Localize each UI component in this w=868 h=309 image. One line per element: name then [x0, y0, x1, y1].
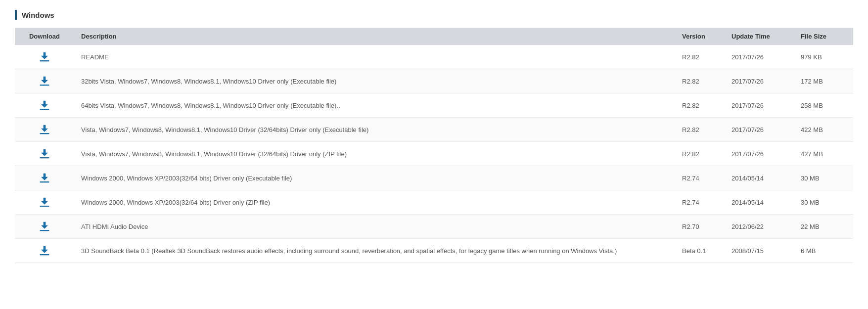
version-cell: R2.82 [675, 45, 725, 69]
update-time-cell: 2017/07/26 [725, 93, 794, 118]
table-row: 64bits Vista, Windows7, Windows8, Window… [15, 93, 853, 118]
col-header-version: Version [675, 28, 725, 45]
version-cell: R2.82 [675, 69, 725, 93]
table-row: Windows 2000, Windows XP/2003(32/64 bits… [15, 166, 853, 190]
download-cell [15, 142, 74, 166]
description-cell: Windows 2000, Windows XP/2003(32/64 bits… [74, 190, 675, 215]
download-button[interactable] [22, 244, 67, 258]
section-header: Windows [15, 10, 853, 20]
update-time-cell: 2017/07/26 [725, 45, 794, 69]
update-time-cell: 2012/06/22 [725, 215, 794, 239]
description-cell: 64bits Vista, Windows7, Windows8, Window… [74, 93, 675, 118]
download-cell [15, 166, 74, 190]
description-cell: README [74, 45, 675, 69]
svg-rect-1 [40, 85, 49, 86]
file-size-cell: 172 MB [794, 69, 853, 93]
svg-rect-0 [40, 60, 49, 61]
description-cell: 32bits Vista, Windows7, Windows8, Window… [74, 69, 675, 93]
col-header-description: Description [74, 28, 675, 45]
version-cell: R2.70 [675, 215, 725, 239]
table-row: ATI HDMI Audio DeviceR2.702012/06/2222 M… [15, 215, 853, 239]
download-cell [15, 215, 74, 239]
table-row: Windows 2000, Windows XP/2003(32/64 bits… [15, 190, 853, 215]
update-time-cell: 2017/07/26 [725, 69, 794, 93]
section-bar [15, 10, 17, 20]
download-button[interactable] [22, 123, 67, 136]
downloads-table: Download Description Version Update Time… [15, 28, 853, 263]
col-header-file-size: File Size [794, 28, 853, 45]
download-button[interactable] [22, 74, 67, 88]
file-size-cell: 22 MB [794, 215, 853, 239]
download-button[interactable] [22, 147, 67, 161]
description-cell: Vista, Windows7, Windows8, Windows8.1, W… [74, 118, 675, 142]
description-cell: 3D SoundBack Beta 0.1 (Realtek 3D SoundB… [74, 239, 675, 263]
svg-rect-4 [40, 157, 49, 158]
table-row: Vista, Windows7, Windows8, Windows8.1, W… [15, 118, 853, 142]
description-cell: Vista, Windows7, Windows8, Windows8.1, W… [74, 142, 675, 166]
update-time-cell: 2017/07/26 [725, 118, 794, 142]
table-row: READMER2.822017/07/26979 KB [15, 45, 853, 69]
download-cell [15, 45, 74, 69]
col-header-download: Download [15, 28, 74, 45]
svg-rect-7 [40, 230, 49, 231]
table-row: Vista, Windows7, Windows8, Windows8.1, W… [15, 142, 853, 166]
description-cell: Windows 2000, Windows XP/2003(32/64 bits… [74, 166, 675, 190]
update-time-cell: 2017/07/26 [725, 142, 794, 166]
download-button[interactable] [22, 220, 67, 233]
table-header-row: Download Description Version Update Time… [15, 28, 853, 45]
table-row: 32bits Vista, Windows7, Windows8, Window… [15, 69, 853, 93]
version-cell: R2.82 [675, 118, 725, 142]
download-button[interactable] [22, 98, 67, 112]
file-size-cell: 422 MB [794, 118, 853, 142]
update-time-cell: 2014/05/14 [725, 166, 794, 190]
download-button[interactable] [22, 50, 67, 64]
svg-rect-8 [40, 254, 49, 255]
version-cell: R2.82 [675, 93, 725, 118]
description-cell: ATI HDMI Audio Device [74, 215, 675, 239]
update-time-cell: 2008/07/15 [725, 239, 794, 263]
svg-rect-3 [40, 133, 49, 134]
download-button[interactable] [22, 195, 67, 209]
download-cell [15, 69, 74, 93]
download-cell [15, 93, 74, 118]
file-size-cell: 6 MB [794, 239, 853, 263]
download-cell [15, 239, 74, 263]
table-row: 3D SoundBack Beta 0.1 (Realtek 3D SoundB… [15, 239, 853, 263]
col-header-update-time: Update Time [725, 28, 794, 45]
version-cell: R2.74 [675, 190, 725, 215]
svg-rect-5 [40, 181, 49, 182]
download-cell [15, 118, 74, 142]
download-cell [15, 190, 74, 215]
section-title: Windows [22, 11, 54, 19]
svg-rect-2 [40, 109, 49, 110]
version-cell: R2.74 [675, 166, 725, 190]
update-time-cell: 2014/05/14 [725, 190, 794, 215]
download-button[interactable] [22, 171, 67, 185]
file-size-cell: 979 KB [794, 45, 853, 69]
file-size-cell: 30 MB [794, 166, 853, 190]
file-size-cell: 427 MB [794, 142, 853, 166]
svg-rect-6 [40, 206, 49, 207]
version-cell: Beta 0.1 [675, 239, 725, 263]
version-cell: R2.82 [675, 142, 725, 166]
file-size-cell: 258 MB [794, 93, 853, 118]
file-size-cell: 30 MB [794, 190, 853, 215]
